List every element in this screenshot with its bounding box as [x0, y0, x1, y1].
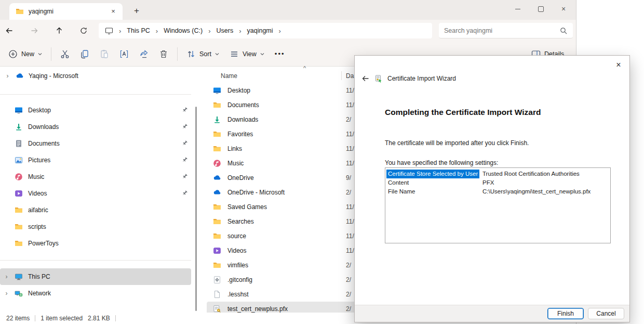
refresh-icon — [79, 27, 88, 35]
sidebar-item-powertoys[interactable]: PowerToys — [0, 235, 191, 252]
chevron-down-icon — [214, 51, 220, 57]
toolbar-divider — [51, 47, 51, 61]
onedrive-cloud-icon — [213, 188, 221, 197]
sidebar-item-onedrive-account[interactable]: › Yaqing - Microsoft — [0, 68, 203, 84]
view-button[interactable]: View — [224, 45, 270, 63]
sidebar-item-documents[interactable]: Documents — [0, 135, 191, 152]
plus-circle-icon — [8, 49, 18, 59]
search-box[interactable] — [439, 23, 573, 38]
breadcrumb-yaqingmi[interactable]: yaqingmi — [247, 27, 273, 34]
tab-close-icon[interactable]: × — [108, 6, 118, 17]
up-button[interactable] — [50, 22, 68, 40]
column-header-name[interactable]: Name — [221, 72, 237, 80]
sidebar-item-label: Pictures — [28, 157, 50, 164]
this-pc-icon — [15, 273, 23, 281]
desktop-icon — [213, 86, 221, 95]
refresh-button[interactable] — [75, 22, 92, 40]
finish-button[interactable]: Finish — [547, 308, 584, 319]
sidebar-item-label: Music — [28, 173, 44, 180]
cancel-button[interactable]: Cancel — [588, 308, 624, 319]
trash-icon — [158, 49, 169, 59]
new-tab-button[interactable]: + — [130, 5, 143, 17]
arrow-left-icon — [5, 27, 14, 35]
copy-button[interactable] — [75, 45, 95, 63]
folder-icon — [16, 7, 24, 16]
breadcrumb[interactable]: › This PC › Windows (C:) › Users › yaqin… — [99, 23, 432, 38]
breadcrumb-users[interactable]: Users — [217, 27, 234, 34]
pin-icon — [181, 107, 188, 113]
navigation-bar: › This PC › Windows (C:) › Users › yaqin… — [0, 20, 576, 42]
maximize-icon — [538, 6, 544, 12]
sidebar-separator — [0, 260, 191, 261]
pictures-icon — [15, 156, 23, 164]
delete-button[interactable] — [154, 45, 173, 63]
pin-icon — [181, 190, 188, 197]
paste-button[interactable] — [95, 45, 114, 63]
sidebar-scrollbar[interactable] — [195, 107, 197, 311]
file-name: OneDrive - Microsoft — [227, 189, 285, 196]
music-icon — [213, 159, 221, 167]
navigation-pane: › Yaqing - Microsoft Desktop Downloads D… — [0, 68, 203, 313]
cut-button[interactable] — [55, 45, 75, 63]
search-input[interactable] — [444, 27, 559, 34]
gear-file-icon — [213, 276, 221, 284]
column-header-date[interactable]: Da — [346, 72, 354, 80]
chevron-right-icon: › — [156, 28, 158, 34]
certificate-icon — [213, 305, 221, 313]
expand-chevron-icon[interactable]: › — [4, 72, 11, 80]
breadcrumb-windows-c[interactable]: Windows (C:) — [164, 27, 203, 34]
breadcrumb-this-pc[interactable]: This PC — [127, 27, 150, 34]
sort-arrows-icon — [186, 49, 196, 59]
sidebar-item-music[interactable]: Music — [0, 169, 191, 185]
minimize-button[interactable] — [506, 0, 529, 18]
new-button-label: New — [21, 50, 34, 58]
downloads-icon — [15, 123, 23, 131]
file-name: Saved Games — [227, 203, 267, 211]
copy-icon — [79, 49, 90, 59]
expand-chevron-icon[interactable]: › — [3, 273, 10, 280]
sidebar-item-network[interactable]: › Network — [0, 285, 191, 302]
explorer-tab[interactable]: yaqingmi × — [9, 3, 123, 20]
file-name: Music — [227, 160, 244, 167]
item-count: 22 items — [6, 315, 30, 322]
expand-chevron-icon[interactable]: › — [3, 290, 10, 297]
rename-icon — [119, 49, 129, 59]
sidebar-item-pictures[interactable]: Pictures — [0, 152, 191, 169]
back-button[interactable] — [1, 22, 18, 40]
dialog-settings-label: You have specified the following setting… — [385, 159, 498, 166]
setting-row-file-name[interactable]: File Name C:\Users\yaqingmi\test_cert_ne… — [386, 187, 610, 196]
sidebar-item-desktop[interactable]: Desktop — [0, 102, 191, 119]
pin-icon — [181, 123, 188, 130]
sidebar-item-downloads[interactable]: Downloads — [0, 119, 191, 135]
folder-icon — [15, 239, 23, 248]
rename-button[interactable] — [114, 45, 134, 63]
sidebar-item-label: aifabric — [28, 206, 48, 214]
dialog-back-icon[interactable] — [361, 74, 370, 83]
sidebar-item-videos[interactable]: Videos — [0, 185, 191, 202]
new-button[interactable]: New — [3, 45, 47, 63]
setting-row-content[interactable]: Content PFX — [386, 178, 610, 187]
sidebar-item-scripts[interactable]: scripts — [0, 218, 191, 235]
network-icon — [15, 289, 23, 297]
dialog-title: Certificate Import Wizard — [387, 75, 456, 82]
file-name: Downloads — [227, 116, 258, 123]
setting-name: Content — [386, 178, 479, 187]
column-divider[interactable] — [341, 71, 342, 80]
setting-row-certificate-store[interactable]: Certificate Store Selected by User Trust… — [386, 170, 610, 178]
file-name: Videos — [227, 247, 246, 254]
view-button-label: View — [243, 50, 257, 58]
dialog-close-icon[interactable]: × — [612, 58, 625, 72]
sidebar-item-aifabric[interactable]: aifabric — [0, 202, 191, 218]
maximize-button[interactable] — [529, 0, 552, 18]
sidebar-item-this-pc[interactable]: › This PC — [0, 268, 191, 285]
share-button[interactable] — [134, 45, 154, 63]
window-close-button[interactable]: × — [552, 0, 575, 18]
sidebar-item-label: scripts — [28, 223, 46, 230]
settings-list[interactable]: Certificate Store Selected by User Trust… — [385, 167, 611, 243]
more-options-button[interactable]: ••• — [270, 45, 290, 63]
downloads-icon — [213, 115, 221, 124]
folder-icon — [213, 145, 221, 153]
forward-button[interactable] — [25, 22, 43, 40]
sort-button[interactable]: Sort — [181, 45, 224, 63]
music-icon — [15, 173, 23, 181]
